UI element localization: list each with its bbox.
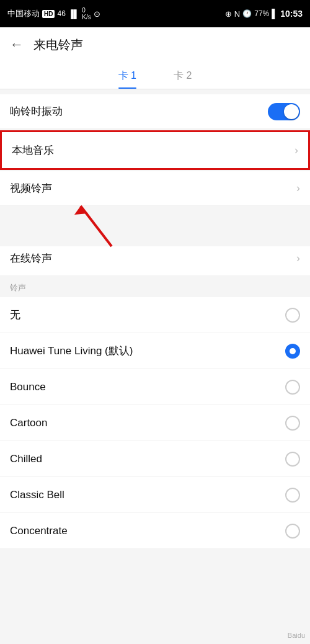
ringtone-concentrate-label: Concentrate [10, 525, 68, 537]
ringtone-cartoon-label: Cartoon [10, 417, 47, 429]
signal-bars-icon: ▐▌ [68, 9, 79, 19]
vibrate-section: 响铃时振动 [0, 94, 310, 129]
online-ringtone-section: 在线铃声 › [0, 241, 310, 276]
ringtone-chilled-label: Chilled [10, 453, 42, 465]
ringtone-classic-bell-radio[interactable] [285, 488, 300, 503]
signal-4g: 46 [57, 9, 65, 18]
status-bar: 中国移动 HD 46 ▐▌ 0 K/s ⊙ ⊕ N 🕐 77% ▌ 10:53 [0, 0, 310, 27]
ringtone-item-none[interactable]: 无 [0, 297, 310, 333]
battery-icon: ▌ [272, 9, 278, 19]
ringtone-item-cartoon[interactable]: Cartoon [0, 405, 310, 441]
video-ringtone-arrow-icon: › [296, 182, 300, 195]
local-music-arrow-icon: › [294, 144, 298, 157]
tab-card1-label: 卡 1 [118, 70, 136, 81]
vibrate-label: 响铃时振动 [10, 104, 63, 119]
tab-card2[interactable]: 卡 2 [174, 69, 192, 89]
ringtone-item-bounce[interactable]: Bounce [0, 369, 310, 405]
ringtone-bounce-radio[interactable] [285, 380, 300, 395]
online-ringtone-arrow-icon: › [296, 252, 300, 265]
red-arrow-svg [74, 200, 149, 249]
local-music-label: 本地音乐 [12, 143, 54, 158]
ringtone-item-huawei[interactable]: Huawei Tune Living (默认) [0, 333, 310, 369]
clock-icon: 🕐 [242, 9, 252, 18]
settings-icon: ⊙ [94, 9, 100, 19]
hd-badge: HD [42, 10, 55, 18]
tab-card2-label: 卡 2 [174, 70, 192, 81]
ringtone-none-label: 无 [10, 308, 20, 322]
network-speed: 0 K/s [82, 7, 91, 20]
watermark: Baidu [288, 632, 305, 639]
ringtone-concentrate-radio[interactable] [285, 524, 300, 539]
video-ringtone-row[interactable]: 视频铃声 › [0, 171, 310, 206]
status-left: 中国移动 HD 46 ▐▌ 0 K/s ⊙ [7, 7, 100, 20]
video-ringtone-section: 视频铃声 › [0, 171, 310, 206]
header: ← 来电铃声 [0, 27, 310, 62]
ringtone-chilled-radio[interactable] [285, 452, 300, 467]
time-label: 10:53 [280, 9, 303, 19]
ringtones-section-label: 铃声 [0, 276, 310, 297]
svg-marker-1 [74, 206, 88, 215]
ringtone-cartoon-radio[interactable] [285, 416, 300, 431]
extra-icons: ⊕ N [225, 9, 240, 19]
page-title: 来电铃声 [33, 37, 83, 53]
ringtone-huawei-radio[interactable] [285, 344, 300, 359]
ringtone-none-radio[interactable] [285, 308, 300, 323]
back-button[interactable]: ← [10, 37, 24, 53]
online-ringtone-row[interactable]: 在线铃声 › [0, 241, 310, 276]
ringtone-classic-bell-label: Classic Bell [10, 489, 64, 501]
toggle-knob [284, 104, 299, 119]
vibrate-toggle[interactable] [268, 103, 300, 120]
online-ringtone-label: 在线铃声 [10, 251, 52, 266]
tabs-container: 卡 1 卡 2 [0, 62, 310, 89]
ringtone-huawei-label: Huawei Tune Living (默认) [10, 344, 133, 358]
arrow-annotation-area [0, 206, 310, 246]
tab-card1[interactable]: 卡 1 [118, 69, 136, 89]
ringtone-item-chilled[interactable]: Chilled [0, 441, 310, 477]
carrier-label: 中国移动 [7, 8, 40, 19]
ringtone-item-classic-bell[interactable]: Classic Bell [0, 477, 310, 513]
ringtone-item-concentrate[interactable]: Concentrate [0, 513, 310, 549]
status-right: ⊕ N 🕐 77% ▌ 10:53 [225, 9, 303, 19]
vibrate-row[interactable]: 响铃时振动 [0, 94, 310, 129]
ringtones-list: 无 Huawei Tune Living (默认) Bounce Cartoon… [0, 297, 310, 549]
battery-label: 77% [254, 9, 269, 18]
local-music-row[interactable]: 本地音乐 › [2, 132, 308, 168]
video-ringtone-label: 视频铃声 [10, 181, 52, 195]
ringtone-bounce-label: Bounce [10, 381, 46, 393]
local-music-highlighted-box: 本地音乐 › [0, 130, 310, 170]
